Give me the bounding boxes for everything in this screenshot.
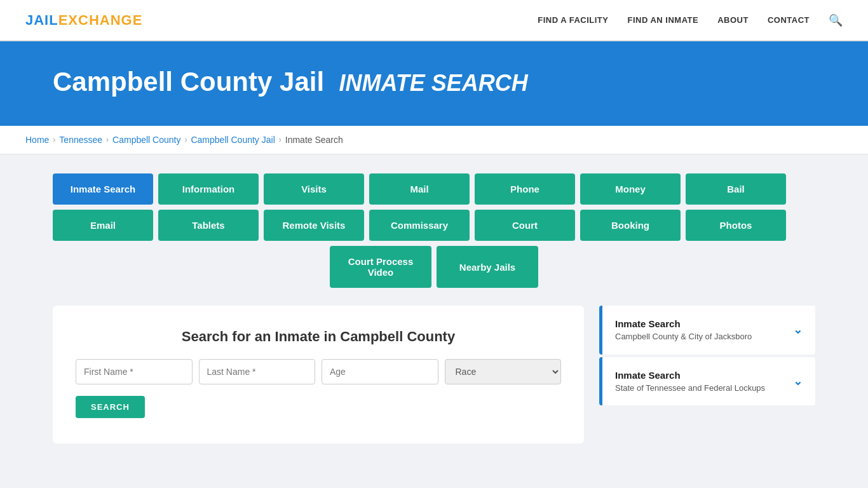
btn-row-2: Email Tablets Remote Visits Commissary C…: [53, 210, 815, 241]
btn-information[interactable]: Information: [158, 173, 259, 205]
sidebar-card-1-sub: Campbell County & City of Jacksboro: [615, 332, 752, 341]
nav-contact[interactable]: CONTACT: [768, 15, 810, 25]
breadcrumb-sep-2: ›: [106, 135, 109, 144]
age-input[interactable]: [322, 359, 438, 384]
last-name-input[interactable]: [199, 359, 316, 384]
search-fields: Race White Black Hispanic Asian Other: [76, 359, 561, 384]
breadcrumb-campbell-county[interactable]: Campbell County: [112, 135, 180, 145]
sidebar-card-2-title: Inmate Search State of Tennessee and Fed…: [615, 369, 765, 395]
chevron-down-icon: ⌄: [793, 323, 803, 337]
page-title-sub: INMATE SEARCH: [339, 70, 527, 96]
breadcrumb-current: Inmate Search: [285, 135, 343, 145]
race-select[interactable]: Race White Black Hispanic Asian Other: [445, 359, 562, 384]
btn-phone[interactable]: Phone: [475, 173, 575, 205]
btn-court-process-video[interactable]: Court Process Video: [330, 246, 431, 288]
nav-find-facility[interactable]: FIND A FACILITY: [538, 15, 608, 25]
search-button[interactable]: SEARCH: [76, 396, 145, 418]
sidebar-card-2-main: Inmate Search: [615, 369, 765, 382]
btn-row-1: Inmate Search Information Visits Mail Ph…: [53, 173, 815, 205]
breadcrumb-home[interactable]: Home: [25, 135, 49, 145]
breadcrumb-sep-3: ›: [184, 135, 187, 144]
main-content: Inmate Search Information Visits Mail Ph…: [27, 154, 841, 463]
nav-links: FIND A FACILITY FIND AN INMATE ABOUT CON…: [538, 13, 843, 27]
page-title: Campbell County Jail INMATE SEARCH: [53, 67, 815, 97]
btn-inmate-search[interactable]: Inmate Search: [53, 173, 153, 205]
hero-banner: Campbell County Jail INMATE SEARCH: [0, 41, 868, 126]
btn-row-3: Court Process Video Nearby Jails: [53, 246, 815, 288]
breadcrumb: Home › Tennessee › Campbell County › Cam…: [0, 126, 868, 154]
chevron-down-icon-2: ⌄: [793, 374, 803, 388]
nav-about[interactable]: ABOUT: [717, 15, 749, 25]
btn-nearby-jails[interactable]: Nearby Jails: [437, 246, 538, 288]
btn-tablets[interactable]: Tablets: [158, 210, 259, 241]
btn-bail[interactable]: Bail: [686, 173, 786, 205]
sidebar-card-2-sub: State of Tennessee and Federal Lockups: [615, 383, 765, 393]
sidebar-card-1: Inmate Search Campbell County & City of …: [599, 306, 815, 355]
navbar: JAILEXCHANGE FIND A FACILITY FIND AN INM…: [0, 0, 868, 41]
btn-visits[interactable]: Visits: [264, 173, 364, 205]
breadcrumb-sep-1: ›: [53, 135, 55, 144]
first-name-input[interactable]: [76, 359, 193, 384]
btn-email[interactable]: Email: [53, 210, 153, 241]
navigation-buttons: Inmate Search Information Visits Mail Ph…: [53, 173, 815, 288]
breadcrumb-tennessee[interactable]: Tennessee: [59, 135, 102, 145]
btn-photos[interactable]: Photos: [686, 210, 786, 241]
nav-find-inmate[interactable]: FIND AN INMATE: [627, 15, 698, 25]
inmate-search-box: Search for an Inmate in Campbell County …: [53, 306, 584, 444]
search-icon[interactable]: 🔍: [829, 13, 843, 27]
content-area: Search for an Inmate in Campbell County …: [53, 306, 815, 444]
sidebar-card-2: Inmate Search State of Tennessee and Fed…: [599, 357, 815, 406]
page-title-main: Campbell County Jail: [53, 67, 324, 97]
btn-commissary[interactable]: Commissary: [369, 210, 470, 241]
sidebar: Inmate Search Campbell County & City of …: [599, 306, 815, 408]
sidebar-card-1-title: Inmate Search Campbell County & City of …: [615, 317, 752, 343]
breadcrumb-sep-4: ›: [279, 135, 281, 144]
search-title: Search for an Inmate in Campbell County: [76, 329, 561, 345]
sidebar-card-1-header[interactable]: Inmate Search Campbell County & City of …: [599, 306, 815, 355]
site-logo[interactable]: JAILEXCHANGE: [25, 12, 142, 29]
logo-jail: JAIL: [25, 12, 58, 28]
btn-mail[interactable]: Mail: [369, 173, 470, 205]
btn-remote-visits[interactable]: Remote Visits: [264, 210, 364, 241]
sidebar-card-2-header[interactable]: Inmate Search State of Tennessee and Fed…: [599, 357, 815, 406]
btn-money[interactable]: Money: [580, 173, 681, 205]
btn-court[interactable]: Court: [475, 210, 575, 241]
breadcrumb-campbell-county-jail[interactable]: Campbell County Jail: [191, 135, 275, 145]
sidebar-card-1-main: Inmate Search: [615, 317, 752, 330]
btn-booking[interactable]: Booking: [580, 210, 681, 241]
logo-exchange: EXCHANGE: [58, 12, 143, 28]
